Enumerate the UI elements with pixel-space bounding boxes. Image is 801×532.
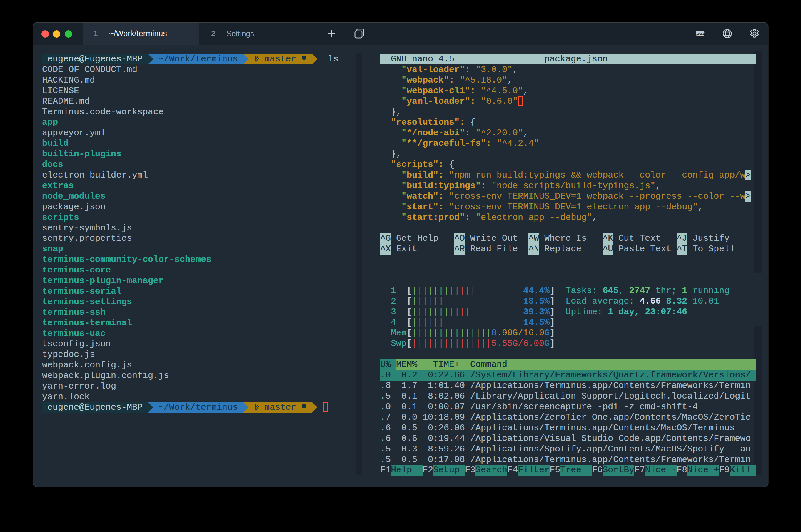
svg-text:IOIOI: IOIOI [696,32,704,36]
